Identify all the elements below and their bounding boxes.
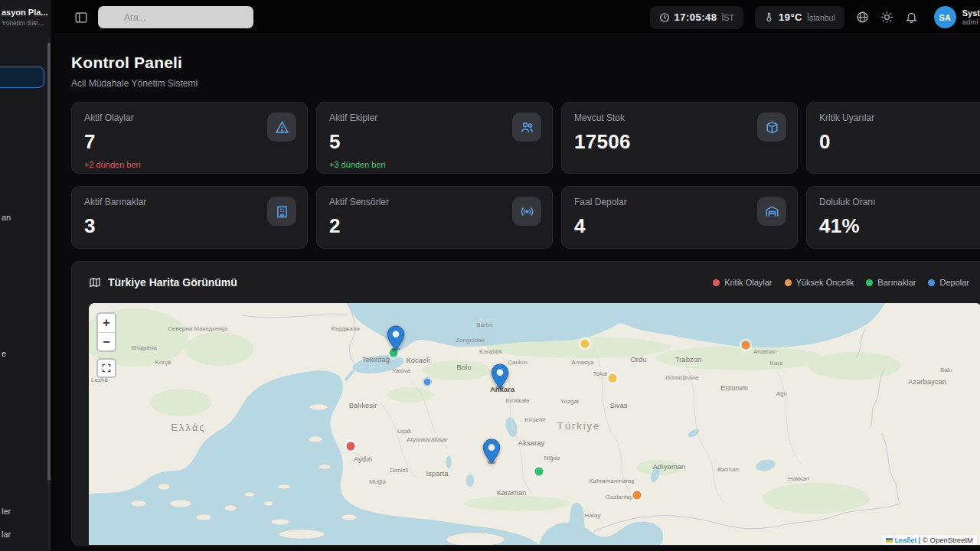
map-city-label: Yozgat	[560, 398, 579, 405]
building-icon	[267, 197, 296, 226]
map-city-label: Isparta	[426, 469, 448, 478]
theme-sun-icon[interactable]	[880, 11, 893, 24]
map-city-label: Muğla	[369, 478, 386, 485]
sensor-icon	[512, 197, 541, 226]
map-city-label: Bakı	[940, 367, 952, 373]
sidebar-item-label[interactable]: lar	[2, 530, 11, 539]
map-title: Türkiye Harita Görünümü	[108, 276, 237, 289]
map-city-label: Hakkari	[788, 475, 808, 482]
search-input[interactable]	[98, 6, 253, 28]
map-city-label: Aksaray	[518, 439, 544, 447]
stat-label: Doluluk Oranı	[819, 197, 980, 207]
map-zoom-control: + −	[96, 312, 116, 352]
map-city-label: Kars	[770, 360, 782, 367]
legend-label: Depolar	[939, 278, 969, 287]
legend-dot-icon	[713, 279, 720, 286]
map-city-label: Trabzon	[675, 355, 702, 364]
map-city-label: Tekirdağ	[362, 355, 390, 364]
clock-icon	[659, 12, 670, 23]
brand-subtitle: Yönetim Sist...	[2, 19, 47, 27]
map-city-label: Batman	[717, 466, 739, 473]
globe-icon[interactable]	[856, 11, 869, 24]
stat-label: Aktif Barınaklar	[84, 197, 295, 207]
map-dot-marker-green[interactable]	[535, 468, 544, 476]
sidebar-item-label[interactable]: an	[2, 213, 11, 222]
brand: asyon Pla... Yönetim Sist...	[0, 0, 51, 27]
clock-time: 17:05:48	[675, 11, 717, 23]
map-dot-marker-orange[interactable]	[633, 491, 642, 500]
map-city-label: Hatay	[585, 512, 601, 519]
map-dot-marker-orange[interactable]	[742, 341, 750, 350]
content: Kontrol Paneli Acil Müdahale Yönetim Sis…	[55, 35, 980, 551]
avatar[interactable]: SA	[934, 6, 956, 28]
map-dot-marker-blue[interactable]	[424, 379, 430, 385]
page-title: Kontrol Paneli	[71, 54, 980, 72]
bell-icon[interactable]	[905, 11, 918, 24]
map-dot-marker-red[interactable]	[347, 442, 355, 451]
package-icon	[757, 112, 786, 142]
stat-card-aktif-barinaklar: Aktif Barınaklar 3	[71, 186, 308, 249]
konya-pin[interactable]	[482, 439, 501, 464]
map-dot-marker-yellow[interactable]	[581, 340, 590, 348]
weather-temp: 19°C	[779, 11, 802, 23]
user-name: Syst	[962, 8, 980, 18]
ankara-pin[interactable]	[491, 364, 509, 389]
map-city-label: Кърджали	[331, 325, 360, 332]
stat-card-aktif-sensorler: Aktif Sensörler 2	[316, 186, 553, 249]
stat-label: Aktif Ekipler	[329, 112, 540, 123]
istanbul-pin[interactable]	[387, 325, 405, 350]
map-city-label: Ελλάς	[171, 422, 205, 433]
stat-label: Aktif Olaylar	[84, 112, 295, 123]
map-city-label: Denizli	[390, 467, 408, 474]
user-menu[interactable]: SA Syst admi	[934, 6, 980, 28]
map-city-label: Karaman	[497, 488, 527, 497]
map-city-label: Gaziantep	[606, 494, 633, 500]
stat-label: Aktif Sensörler	[329, 197, 540, 207]
map-canvas[interactable]: TekirdağKocaeliYalovaBalıkesirZonguldakB…	[89, 303, 980, 545]
map-dot-marker-yellow[interactable]	[609, 374, 617, 383]
map-city-label: Kahramanmaraş	[589, 478, 634, 484]
legend-item: Yüksek Öncelik	[785, 278, 854, 287]
map-city-label: Azərbaycan	[908, 377, 946, 386]
map-city-label: Ordu	[630, 355, 646, 364]
legend-item: Barınaklar	[866, 278, 916, 287]
map-header: Türkiye Harita Görünümü Kritik OlaylarYü…	[72, 262, 980, 303]
main-area: 17:05:48 İST 19°C İstanbul	[55, 0, 980, 551]
stat-card-mevcut-stok: Mevcut Stok 17506	[561, 102, 798, 174]
legend-dot-icon	[928, 279, 935, 286]
weather-chip: 19°C İstanbul	[755, 6, 844, 29]
app-root: asyon Pla... Yönetim Sist... an e ler la…	[0, 0, 980, 551]
zoom-in-button[interactable]: +	[98, 314, 115, 332]
brand-title: asyon Pla...	[2, 8, 47, 17]
legend-label: Kritik Olaylar	[724, 278, 772, 287]
sidebar-item-label[interactable]: e	[2, 349, 6, 358]
sidebar-item-active[interactable]	[0, 67, 44, 88]
map-legend: Kritik OlaylarYüksek ÖncelikBarınaklarDe…	[713, 278, 969, 287]
sidebar-scrollbar-thumb[interactable]	[47, 43, 51, 481]
legend-label: Yüksek Öncelik	[796, 278, 854, 287]
users-icon	[512, 112, 541, 142]
fullscreen-button[interactable]	[96, 358, 116, 378]
sidebar-item-label[interactable]: ler	[2, 507, 11, 516]
stat-value: 7	[84, 130, 295, 154]
map-city-label: Tokat	[593, 370, 607, 377]
stat-value: 41%	[819, 214, 980, 238]
stat-value: 3	[84, 214, 295, 238]
map-city-label: Çankırı	[508, 359, 528, 366]
page-subtitle: Acil Müdahale Yönetim Sistemi	[71, 78, 980, 89]
map-city-label: Shqipëria	[131, 344, 157, 351]
sidebar-scrollbar[interactable]	[47, 37, 51, 551]
zoom-out-button[interactable]: −	[98, 332, 115, 350]
map-city-label: Erzurum	[720, 383, 748, 392]
map-city-label: Bartın	[476, 321, 492, 328]
map-city-label: Ağrı	[776, 390, 788, 397]
map-city-label: Amasya	[572, 359, 594, 366]
sidebar-toggle-icon[interactable]	[74, 11, 88, 24]
legend-item: Depolar	[928, 278, 969, 287]
stats-grid: Aktif Olaylar 7 +2 dünden beri Aktif Eki…	[71, 102, 980, 249]
leaflet-link[interactable]: Leaflet	[895, 536, 917, 544]
map-city-label: Karabük	[479, 348, 502, 355]
clock-timezone: İST	[722, 13, 734, 22]
stat-card-doluluk-orani: Doluluk Oranı 41%	[806, 186, 980, 249]
weather-city: İstanbul	[807, 13, 835, 22]
